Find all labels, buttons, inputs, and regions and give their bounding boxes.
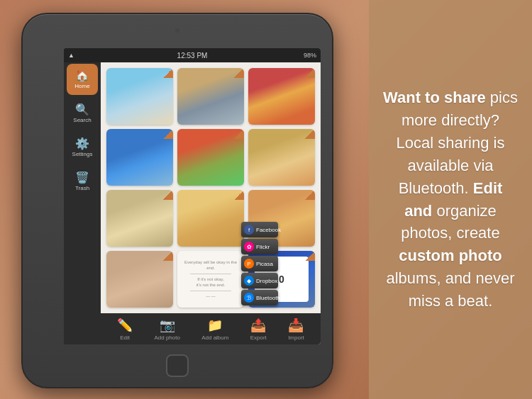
add-photo-label: Add photo — [154, 335, 179, 341]
ipad-screen: ▲ 12:53 PM 98% 🏠 Home 🔍 Search ⚙️ Settin… — [64, 48, 321, 344]
status-bar: ▲ 12:53 PM 98% — [64, 48, 321, 62]
sidebar-search-label: Search — [73, 117, 91, 123]
add-album-icon: 📁 — [207, 317, 223, 333]
photo-corner-3 — [305, 68, 315, 78]
search-icon: 🔍 — [75, 104, 89, 116]
photo-cell-10[interactable] — [106, 251, 173, 308]
share-popup: f Facebook ✿ Flickr P Picasa ◆ Dropbox ℬ — [241, 222, 278, 305]
photo-cell-6[interactable] — [248, 129, 315, 186]
note-line-1 — [190, 274, 231, 274]
photo-corner-6 — [305, 129, 315, 139]
photo-cell-5[interactable] — [177, 129, 244, 186]
photo-corner-10 — [163, 251, 173, 261]
note-text-3: — — — [206, 293, 216, 299]
bluetooth-label: Bluetooth — [256, 295, 280, 301]
photo-cell-8[interactable] — [177, 190, 244, 247]
photo-cell-1[interactable] — [106, 68, 173, 125]
status-icons: 98% — [304, 52, 316, 59]
toolbar-import[interactable]: 📥 Import — [288, 317, 304, 341]
note-line-2 — [190, 291, 231, 291]
photo-note-cell[interactable]: Everyday will be okay in the end. If it'… — [177, 251, 244, 308]
dropbox-label: Dropbox — [256, 278, 277, 284]
photo-cell-2[interactable] — [177, 68, 244, 125]
main-content: 1 of 2 — [101, 48, 321, 344]
photo-corner-1 — [163, 68, 173, 78]
photo-corner-5 — [234, 129, 244, 139]
status-left: ▲ — [68, 52, 74, 59]
photo-corner-4 — [163, 129, 173, 139]
sidebar-item-home[interactable]: 🏠 Home — [67, 64, 98, 95]
home-icon: 🏠 — [75, 70, 89, 82]
dropbox-icon: ◆ — [244, 276, 254, 286]
sidebar-trash-label: Trash — [75, 185, 89, 191]
toolbar-edit[interactable]: ✏️ Edit — [117, 317, 133, 341]
settings-icon: ⚙️ — [75, 138, 89, 150]
toolbar: ✏️ Edit 📷 Add photo 📁 Add album 📤 Export… — [101, 313, 321, 344]
note-text-2: If it's not okay,it's not the end. — [196, 276, 226, 288]
export-icon: 📤 — [250, 317, 266, 333]
ipad-camera — [175, 28, 179, 33]
photo-cell-7[interactable] — [106, 190, 173, 247]
add-album-label: Add album — [201, 335, 228, 341]
photo-cell-4[interactable] — [106, 129, 173, 186]
sidebar-settings-label: Settings — [72, 151, 93, 157]
photo-grid: Everyday will be okay in the end. If it'… — [101, 62, 321, 313]
sidebar-home-label: Home — [74, 83, 89, 89]
share-item-bluetooth[interactable]: ℬ Bluetooth — [241, 290, 278, 305]
picasa-icon: P — [244, 259, 254, 269]
facebook-icon: f — [244, 225, 254, 235]
import-icon: 📥 — [288, 317, 304, 333]
photo-corner-9 — [305, 190, 315, 200]
share-item-picasa[interactable]: P Picasa — [241, 256, 278, 271]
facebook-label: Facebook — [256, 227, 281, 233]
share-item-dropbox[interactable]: ◆ Dropbox — [241, 273, 278, 288]
photo-corner-7 — [163, 190, 173, 200]
sidebar-item-trash[interactable]: 🗑️ Trash — [67, 166, 98, 197]
photo-corner-12 — [305, 251, 315, 261]
export-label: Export — [250, 335, 267, 341]
sidebar: 🏠 Home 🔍 Search ⚙️ Settings 🗑️ Trash — [64, 48, 101, 344]
toolbar-add-photo[interactable]: 📷 Add photo — [154, 317, 179, 341]
share-item-facebook[interactable]: f Facebook — [241, 222, 278, 237]
toolbar-export[interactable]: 📤 Export — [250, 317, 267, 341]
ipad-home-button[interactable] — [166, 354, 189, 377]
sidebar-item-settings[interactable]: ⚙️ Settings — [67, 132, 98, 163]
right-panel: Want to share pics more directly? Local … — [369, 0, 532, 399]
note-text: Everyday will be okay in the end. — [182, 259, 240, 271]
photo-cell-3[interactable] — [248, 68, 315, 125]
trash-icon: 🗑️ — [75, 172, 89, 184]
edit-label: Edit — [120, 335, 130, 341]
flickr-icon: ✿ — [244, 242, 254, 252]
bluetooth-icon: ℬ — [244, 293, 254, 303]
promo-text: Want to share pics more directly? Local … — [383, 86, 518, 313]
sidebar-item-search[interactable]: 🔍 Search — [67, 98, 98, 129]
edit-icon: ✏️ — [117, 317, 133, 333]
toolbar-add-album[interactable]: 📁 Add album — [201, 317, 228, 341]
status-time: 12:53 PM — [177, 52, 208, 60]
add-photo-icon: 📷 — [160, 317, 175, 333]
photo-corner-2 — [234, 68, 244, 78]
ipad-device: ▲ 12:53 PM 98% 🏠 Home 🔍 Search ⚙️ Settin… — [21, 13, 333, 388]
photo-corner-8 — [234, 190, 244, 200]
picasa-label: Picasa — [256, 261, 273, 267]
flickr-label: Flickr — [256, 244, 270, 250]
import-label: Import — [288, 335, 304, 341]
share-item-flickr[interactable]: ✿ Flickr — [241, 239, 278, 254]
